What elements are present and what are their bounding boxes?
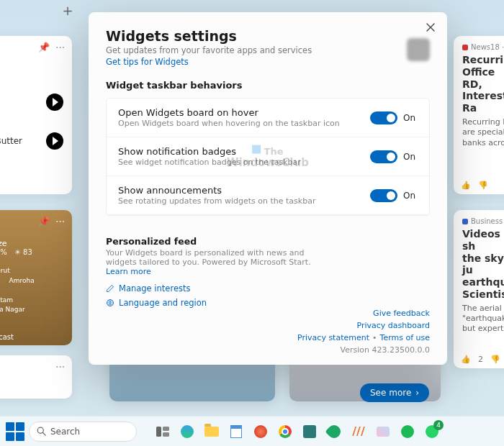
notification-badge: 4 [433, 420, 444, 430]
app-icon: /// [352, 424, 365, 438]
map-label: ddha Nagar [0, 305, 63, 315]
edge-icon [181, 425, 194, 438]
taskbar: Search /// 4 [0, 416, 504, 446]
see-more-button[interactable]: See more › [360, 383, 429, 402]
pin-icon[interactable]: 📌 [38, 216, 50, 227]
user-avatar[interactable] [407, 38, 430, 61]
taskbar-paint[interactable] [373, 422, 393, 442]
taskbar-search[interactable]: Search [29, 422, 137, 442]
toggle-badges[interactable] [370, 150, 397, 163]
svg-line-2 [43, 433, 46, 436]
taskbar-whatsapp[interactable]: 4 [422, 422, 442, 442]
setting-row-announcements: Show announcements See rotating updates … [107, 176, 429, 215]
weather-aqi: ☀ 83 [14, 248, 32, 256]
taskbar-app-green[interactable] [324, 422, 344, 442]
app-icon [254, 425, 267, 438]
pencil-icon [106, 284, 114, 293]
more-icon[interactable]: ⋯ [55, 361, 65, 372]
dialog-subtitle: Get updates from your favorite apps and … [106, 45, 430, 55]
taskbar-explorer[interactable] [202, 422, 222, 442]
source-label: Business In [471, 217, 504, 225]
pin-icon[interactable]: 📌 [38, 42, 50, 53]
taskbar-app-teal[interactable] [300, 422, 320, 442]
setting-label: Show announcements [118, 185, 370, 196]
settings-list: Open Widgets board on hover Open Widgets… [106, 98, 430, 216]
bg-card-music: 📌 ⋯ dia d Butter [0, 36, 72, 194]
globe-icon [106, 299, 114, 307]
headline: Videos sh the sky ju earthquak Scientist… [462, 228, 504, 301]
map-label: Amroha [9, 277, 35, 284]
give-feedback-link[interactable]: Give feedback [373, 309, 430, 318]
summary: The aerial ph "earthquake but experts s [462, 304, 504, 334]
svg-rect-5 [163, 432, 169, 437]
search-icon [37, 427, 46, 436]
toggle-state: On [403, 191, 418, 201]
setting-desc: Open Widgets board when hovering on the … [118, 119, 370, 128]
play-icon[interactable] [46, 94, 63, 111]
see-more-label: See more [370, 388, 411, 398]
setting-row-badges: Show notification badges See widget noti… [107, 137, 429, 176]
taskview-icon [156, 427, 169, 437]
spotify-icon [401, 425, 414, 438]
version-label: Version 423.23500.0.0 [341, 345, 430, 355]
taskbar-spotify[interactable] [397, 422, 418, 442]
terms-link[interactable]: Terms of use [380, 333, 430, 342]
setting-label: Open Widgets board on hover [118, 107, 370, 118]
link-label: Language and region [119, 298, 207, 308]
setting-row-hover: Open Widgets board on hover Open Widgets… [107, 99, 429, 137]
dislike-icon[interactable]: 👎 [490, 355, 500, 364]
toggle-state: On [403, 152, 418, 162]
like-icon[interactable]: 👍 [461, 355, 471, 364]
svg-rect-3 [156, 427, 161, 437]
weather-condition: Haze [0, 239, 63, 248]
tips-link[interactable]: Get tips for Widgets [106, 57, 430, 67]
learn-more-link[interactable]: Learn more [106, 267, 151, 276]
chrome-icon [279, 425, 292, 438]
taskbar-taskview[interactable] [153, 422, 173, 442]
folder-icon [204, 427, 219, 437]
map-label: Meerut [0, 266, 63, 276]
leaf-icon [325, 422, 343, 440]
source-label: News18 · 3 [471, 43, 504, 51]
summary: Recurring De are special te banks across [462, 117, 504, 148]
taskbar-edge[interactable] [177, 422, 197, 442]
add-tab-button[interactable]: + [60, 4, 75, 19]
weather-humidity: 💧6% [0, 248, 7, 256]
search-placeholder: Search [50, 427, 80, 437]
taskbar-app-orange[interactable]: /// [348, 422, 369, 442]
map-label: Gautam [0, 296, 63, 306]
link-label: Manage interests [119, 283, 190, 293]
close-icon [426, 23, 435, 32]
dialog-footer: Give feedback Privacy dashboard Privacy … [297, 309, 430, 355]
app-icon [303, 425, 316, 438]
feed-heading: Personalized feed [106, 236, 430, 247]
forecast-label: orecast [0, 333, 14, 341]
more-icon[interactable]: ⋯ [55, 42, 65, 53]
dislike-icon[interactable]: 👎 [478, 181, 488, 190]
bg-card-weather: 📌 ⋯ Haze 💧6% ☀ 83 Meerut elhi Amroha bad… [0, 210, 72, 345]
privacy-statement-link[interactable]: Privacy statement [297, 333, 369, 342]
more-icon[interactable]: ⋯ [55, 216, 65, 227]
language-region-link[interactable]: Language and region [106, 298, 430, 308]
toggle-announcements[interactable] [370, 189, 397, 202]
taskbar-notepad[interactable] [226, 422, 246, 442]
paint-icon [377, 427, 390, 437]
bg-card-news: Business In Videos sh the sky ju earthqu… [454, 210, 504, 368]
setting-label: Show notification badges [118, 146, 370, 157]
taskbar-app-red[interactable] [251, 422, 271, 442]
headline: Recurring Office RD, Interest Ra [462, 54, 504, 114]
manage-interests-link[interactable]: Manage interests [106, 283, 430, 293]
play-icon[interactable] [46, 132, 63, 150]
close-button[interactable] [423, 19, 438, 35]
toggle-state: On [403, 113, 418, 123]
widgets-settings-dialog: Widgets settings Get updates from your f… [89, 12, 447, 365]
taskbar-chrome[interactable] [275, 422, 295, 442]
toggle-hover[interactable] [370, 112, 397, 124]
privacy-dashboard-link[interactable]: Privacy dashboard [356, 321, 430, 330]
bg-music-item: d Butter [0, 136, 22, 146]
like-icon[interactable]: 👍 [461, 181, 471, 190]
start-button[interactable] [6, 422, 24, 441]
setting-desc: See rotating updates from widgets on the… [118, 196, 370, 206]
dialog-title: Widgets settings [106, 28, 430, 44]
section-heading: Widget taskbar behaviors [106, 80, 430, 91]
